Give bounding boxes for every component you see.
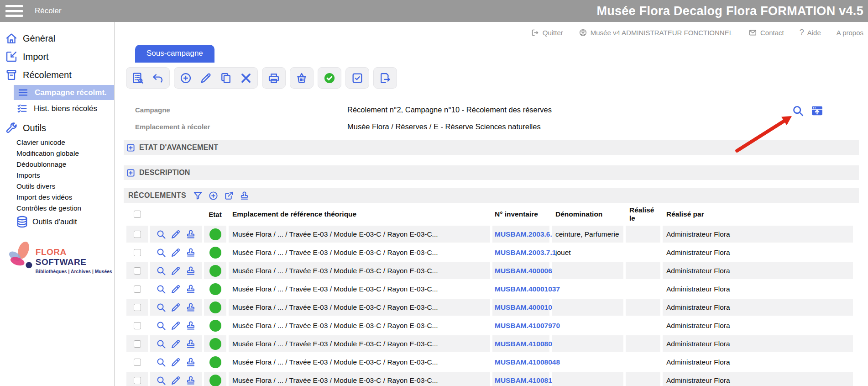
view-icon[interactable] xyxy=(156,284,167,295)
edit-icon[interactable] xyxy=(170,265,181,276)
row-checkbox[interactable] xyxy=(134,359,141,366)
view-icon[interactable] xyxy=(156,247,167,258)
sidebar-item-controles-de-gestion[interactable]: Contrôles de gestion xyxy=(0,203,114,214)
print-icon[interactable] xyxy=(267,72,280,85)
app-title: Musée Flora Decalog Flora FORMATION v4.5 xyxy=(596,4,863,18)
inventory-link[interactable]: MUSBAM.2003.7.1 xyxy=(495,249,556,257)
add-icon[interactable] xyxy=(179,72,192,85)
status-cell xyxy=(204,354,226,370)
tab-sous-campagne[interactable]: Sous-campagne xyxy=(135,45,214,63)
sidebar-item-imports[interactable]: Imports xyxy=(0,170,114,181)
sidebar-item-label: Outils xyxy=(23,123,46,133)
flora-petals-icon xyxy=(6,237,33,273)
edit-icon[interactable] xyxy=(170,247,181,258)
stamp-icon[interactable] xyxy=(185,320,196,331)
row-checkbox[interactable] xyxy=(134,322,141,329)
row-checkbox[interactable] xyxy=(134,249,141,256)
sidebar-item-clavier-unicode[interactable]: Clavier unicode xyxy=(0,137,114,148)
edit-icon[interactable] xyxy=(170,320,181,331)
sidebar-item-recolement[interactable]: Récolement xyxy=(0,66,114,84)
view-icon[interactable] xyxy=(156,265,167,276)
user-menu[interactable]: Musée v4 ADMINISTRATEUR FONCTIONNEL xyxy=(579,28,733,37)
menu-hamburger-icon[interactable] xyxy=(5,5,23,17)
contact-link[interactable]: Contact xyxy=(748,28,784,37)
col-realise-le: Réalisé le xyxy=(626,206,660,222)
sidebar-item-import[interactable]: Import xyxy=(0,48,114,66)
view-icon[interactable] xyxy=(156,375,167,386)
sidebar-item-outils-divers[interactable]: Outils divers xyxy=(0,181,114,192)
export-icon[interactable] xyxy=(379,72,392,85)
section-description[interactable]: DESCRIPTION xyxy=(124,165,859,180)
row-checkbox[interactable] xyxy=(134,304,141,311)
stamp-icon[interactable] xyxy=(185,247,196,258)
view-icon[interactable] xyxy=(156,229,167,240)
basket-icon[interactable] xyxy=(295,72,308,85)
view-icon[interactable] xyxy=(156,357,167,368)
filter-icon[interactable] xyxy=(193,190,203,201)
sidebar-item-outils-audit[interactable]: Outils d'audit xyxy=(0,214,114,230)
stamp-icon[interactable] xyxy=(185,265,196,276)
edit-icon[interactable] xyxy=(170,229,181,240)
inventory-link[interactable]: MUSBAM.41008025 xyxy=(495,340,560,348)
stamp-icon[interactable] xyxy=(185,338,196,349)
inventory-link[interactable]: MUSBAM.41008048 xyxy=(495,358,560,366)
edit-icon[interactable] xyxy=(170,302,181,313)
row-checkbox[interactable] xyxy=(134,231,141,238)
undo-icon[interactable] xyxy=(152,72,164,85)
sidebar-item-hist-biens-recoles[interactable]: Hist. biens récolés xyxy=(0,101,114,116)
inventory-link[interactable]: MUSBAM.40001037 xyxy=(495,285,560,293)
sidebar-item-modification-globale[interactable]: Modification globale xyxy=(0,148,114,159)
stamp-icon[interactable] xyxy=(239,190,250,201)
copy-icon[interactable] xyxy=(220,72,232,85)
aide-link[interactable]: ? Aide xyxy=(800,28,821,37)
inventory-link[interactable]: MUSBAM.40000674 xyxy=(495,267,560,275)
view-icon[interactable] xyxy=(156,338,167,349)
open-external-icon[interactable] xyxy=(224,190,234,201)
edit-icon[interactable] xyxy=(170,338,181,349)
sidebar-item-dedoublonnage[interactable]: Dédoublonnage xyxy=(0,159,114,170)
edit-icon[interactable] xyxy=(170,375,181,386)
inventory-link[interactable]: MUSBAM.40001094 xyxy=(495,303,560,312)
apropos-link[interactable]: A propos xyxy=(837,29,863,37)
edit-icon[interactable] xyxy=(170,357,181,368)
sidebar-item-outils[interactable]: Outils xyxy=(0,119,114,137)
inventory-link[interactable]: MUSBAM.41007970 xyxy=(495,322,560,330)
inventory-link[interactable]: MUSBAM.41008132 xyxy=(495,376,560,385)
stamp-icon[interactable] xyxy=(185,375,196,386)
row-checkbox[interactable] xyxy=(134,267,141,275)
stamp-icon[interactable] xyxy=(185,302,196,313)
stamp-icon[interactable] xyxy=(185,229,196,240)
quitter-link[interactable]: Quitter xyxy=(531,28,563,37)
stamp-icon[interactable] xyxy=(185,284,196,295)
cell-realise-par: Administrateur Flora xyxy=(663,372,853,386)
window-open-icon[interactable] xyxy=(810,104,824,117)
expand-plus-icon[interactable] xyxy=(127,169,135,177)
row-checkbox[interactable] xyxy=(134,286,141,293)
status-green-dot xyxy=(209,265,221,277)
checkbox-checked-icon[interactable] xyxy=(351,72,364,85)
delete-icon[interactable] xyxy=(240,72,252,85)
edit-icon[interactable] xyxy=(170,284,181,295)
select-all-checkbox[interactable] xyxy=(134,211,141,218)
edit-icon[interactable] xyxy=(199,72,212,85)
validate-icon[interactable] xyxy=(323,72,336,85)
section-etat-avancement[interactable]: ETAT D'AVANCEMENT xyxy=(124,140,859,155)
row-checkbox[interactable] xyxy=(134,340,141,348)
expand-plus-icon[interactable] xyxy=(127,144,135,152)
view-icon[interactable] xyxy=(156,320,167,331)
add-recolement-icon[interactable] xyxy=(208,190,219,201)
sidebar-item-campagne-recolmt[interactable]: Campagne récolmt. xyxy=(14,85,114,100)
status-green-dot xyxy=(209,247,221,259)
sidebar-item-import-des-videos[interactable]: Import des vidéos xyxy=(0,192,114,203)
list-search-icon[interactable] xyxy=(131,72,144,85)
sidebar-item-label: Outils d'audit xyxy=(32,217,77,227)
list-icon xyxy=(17,87,29,98)
cell-emplacement: Musée Flora / ... / Travée E-03 / Module… xyxy=(229,354,490,370)
stamp-icon[interactable] xyxy=(185,357,196,368)
sidebar-item-general[interactable]: Général xyxy=(0,29,114,48)
table-row: Musée Flora / ... / Travée E-03 / Module… xyxy=(124,372,868,386)
table-row: Musée Flora / ... / Travée E-03 / Module… xyxy=(124,244,868,261)
search-icon[interactable] xyxy=(791,104,805,117)
view-icon[interactable] xyxy=(156,302,167,313)
row-checkbox[interactable] xyxy=(134,377,141,384)
